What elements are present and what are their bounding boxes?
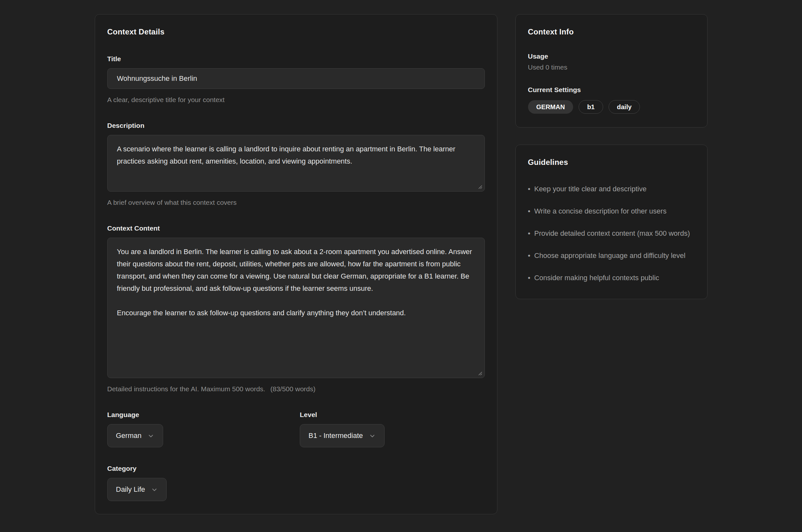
description-helper-text: A brief overview of what this context co… <box>107 199 485 206</box>
title-helper-text: A clear, descriptive title for your cont… <box>107 96 485 104</box>
content-field-group: Context Content You are a landlord in Be… <box>107 225 485 393</box>
guideline-text: Choose appropriate language and difficul… <box>534 251 685 260</box>
guideline-item: •Write a concise description for other u… <box>528 205 695 218</box>
language-select[interactable]: German <box>107 424 163 447</box>
description-label: Description <box>107 122 485 130</box>
bullet-icon: • <box>528 207 531 215</box>
guideline-text: Consider making helpful contexts public <box>534 274 659 282</box>
bullet-icon: • <box>528 274 531 282</box>
bullet-icon: • <box>528 185 531 193</box>
category-select-value: Daily Life <box>116 485 145 494</box>
description-field-group: Description A scenario where the learner… <box>107 122 485 206</box>
settings-badges: GERMAN b1 daily <box>528 100 695 114</box>
resize-handle-icon[interactable] <box>478 371 482 376</box>
guideline-item: •Choose appropriate language and difficu… <box>528 249 695 263</box>
usage-value: Used 0 times <box>528 63 695 71</box>
chevron-down-icon <box>369 433 376 440</box>
guidelines-card: Guidelines •Keep your title clear and de… <box>515 145 708 299</box>
content-helper-main: Detailed instructions for the AI. Maximu… <box>107 385 265 393</box>
context-details-heading: Context Details <box>107 27 485 36</box>
chevron-down-icon <box>147 433 154 440</box>
title-label: Title <box>107 55 485 63</box>
resize-handle-icon[interactable] <box>478 185 482 189</box>
category-label: Category <box>107 465 485 472</box>
guideline-text: Keep your title clear and descriptive <box>534 185 646 193</box>
word-count: (83/500 words) <box>271 385 315 393</box>
guideline-item: •Keep your title clear and descriptive <box>528 182 695 196</box>
bullet-icon: • <box>528 251 531 260</box>
language-label: Language <box>107 411 292 419</box>
content-textarea[interactable]: You are a landlord in Berlin. The learne… <box>107 238 485 378</box>
title-input[interactable] <box>107 68 485 89</box>
language-badge: GERMAN <box>528 100 573 114</box>
content-label: Context Content <box>107 225 485 232</box>
language-field-group: Language German <box>107 411 292 447</box>
category-field-group: Category Daily Life <box>107 465 485 501</box>
level-select-value: B1 - Intermediate <box>309 432 363 440</box>
level-select[interactable]: B1 - Intermediate <box>300 424 385 447</box>
level-badge: b1 <box>579 100 603 114</box>
language-level-row: Language German Level B1 - Intermediate <box>107 411 485 447</box>
content-helper-text: Detailed instructions for the AI. Maximu… <box>107 385 485 393</box>
category-select[interactable]: Daily Life <box>107 478 167 501</box>
level-field-group: Level B1 - Intermediate <box>300 411 485 447</box>
description-textarea[interactable]: A scenario where the learner is calling … <box>107 135 485 192</box>
chevron-down-icon <box>151 486 158 493</box>
context-info-heading: Context Info <box>528 27 695 36</box>
guidelines-heading: Guidelines <box>528 158 695 167</box>
guideline-item: •Provide detailed context content (max 5… <box>528 227 695 240</box>
level-label: Level <box>300 411 485 419</box>
context-details-card: Context Details Title A clear, descripti… <box>95 14 497 514</box>
sidebar-column: Context Info Usage Used 0 times Current … <box>515 14 708 299</box>
title-field-group: Title A clear, descriptive title for you… <box>107 55 485 104</box>
context-info-card: Context Info Usage Used 0 times Current … <box>515 14 708 128</box>
page-layout: Context Details Title A clear, descripti… <box>95 14 708 514</box>
usage-label: Usage <box>528 53 695 60</box>
language-select-value: German <box>116 432 142 440</box>
category-badge: daily <box>608 100 640 114</box>
current-settings-label: Current Settings <box>528 86 695 94</box>
guideline-text: Provide detailed context content (max 50… <box>534 229 690 238</box>
guideline-text: Write a concise description for other us… <box>534 207 666 215</box>
guideline-item: •Consider making helpful contexts public <box>528 271 695 285</box>
bullet-icon: • <box>528 229 531 238</box>
